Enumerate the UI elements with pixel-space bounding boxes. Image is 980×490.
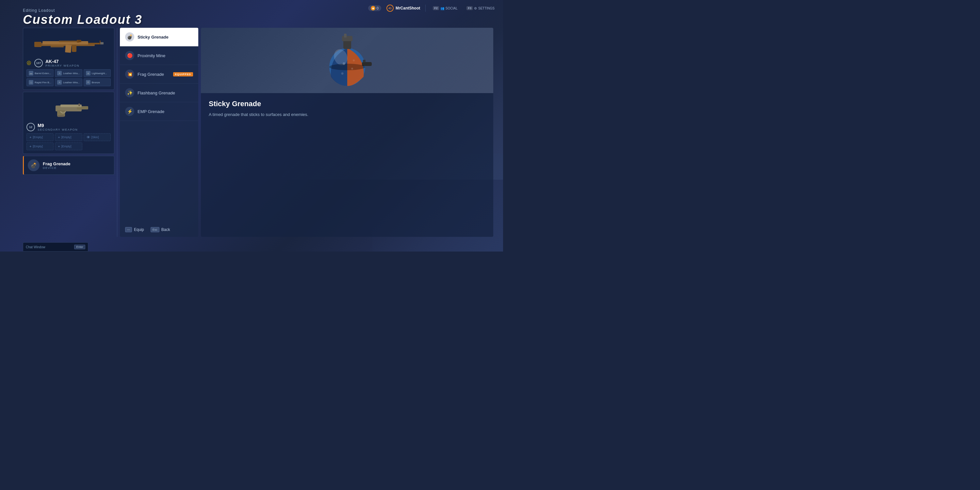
plus-icon: + [58, 145, 60, 148]
primary-weapon-info: 🏵 107 AK-47 PRIMARY WEAPON [27, 59, 111, 67]
attachment-lightweight[interactable]: ◈ Lightweight... [84, 69, 111, 77]
credit-badge: ◈ 0 [368, 5, 381, 11]
secondary-weapon-section: 12 M9 SECONDARY WEAPON + [Empty] + [Empt… [23, 92, 115, 154]
equipped-badge: EQUIPPED [173, 72, 193, 76]
chat-label: Chat Window [26, 245, 45, 249]
sticky-grenade-preview [321, 31, 373, 90]
svg-point-27 [351, 68, 353, 70]
eye-icon: 👁 [87, 135, 90, 139]
plus-icon: + [29, 145, 31, 148]
primary-weapon-section: 🏵 107 AK-47 PRIMARY WEAPON ▬ Barrel Exte… [23, 28, 115, 90]
primary-weapon-display [27, 31, 111, 57]
primary-weapon-name: AK-47 [45, 59, 111, 64]
social-button[interactable]: F2 👥 SOCIAL [431, 5, 459, 11]
secondary-weapon-display [27, 95, 111, 121]
attachment-icon: ▬ [29, 71, 33, 75]
attachment-name: Barrel Exten... [35, 72, 51, 75]
grenade-item-frag[interactable]: 💥 Frag Grenade EQUIPPED [120, 65, 198, 84]
proximity-mine-label: Proximity Mine [137, 53, 193, 58]
attachment-icon: ✦ [57, 71, 62, 75]
svg-rect-11 [100, 42, 103, 45]
svg-rect-23 [362, 62, 372, 66]
empty-slot-4[interactable]: + [Empty] [55, 142, 82, 150]
equip-button[interactable]: — Equip [125, 227, 144, 232]
chat-window: Chat Window Enter [23, 242, 88, 251]
plus-icon: + [58, 135, 60, 139]
device-name: Frag Grenade [43, 161, 70, 166]
svg-rect-5 [65, 45, 72, 52]
settings-key: F3 [466, 6, 473, 10]
grenade-selection-panel: 💣 Sticky Grenade 🔴 Proximity Mine 💥 Frag… [120, 28, 198, 237]
attachment-name: Bronze [92, 81, 100, 84]
attachment-barrel-ext[interactable]: ▬ Barrel Exten... [27, 69, 54, 77]
svg-point-26 [343, 62, 345, 65]
device-type: DEVICE [43, 166, 70, 170]
grenade-item-flashbang[interactable]: ✨ Flashbang Grenade [120, 84, 198, 102]
settings-label: SETTINGS [478, 6, 495, 10]
attachments-grid: ▬ Barrel Exten... ✦ Leather-Wra... ◈ Lig… [27, 69, 111, 86]
grenade-item-sticky[interactable]: 💣 Sticky Grenade [120, 28, 198, 46]
settings-icon: ⚙ [474, 6, 477, 10]
proximity-mine-icon: 🔴 [125, 51, 134, 60]
panel-separator [117, 28, 117, 237]
svg-rect-9 [59, 40, 82, 42]
attachment-icon: ◎ [29, 80, 33, 84]
grenade-item-proximity[interactable]: 🔴 Proximity Mine [120, 46, 198, 65]
frag-grenade-icon: 💥 [125, 70, 134, 79]
svg-rect-10 [78, 40, 81, 42]
equip-key-hint: — [125, 227, 132, 232]
empty-slot-2[interactable]: + [Empty] [55, 133, 82, 141]
back-label: Back [161, 228, 170, 232]
svg-point-19 [332, 48, 350, 67]
m9-image [48, 100, 90, 118]
attachment-icon: ◈ [86, 71, 91, 75]
ak47-image [33, 34, 105, 55]
device-icon: 💣 [28, 159, 40, 171]
wreath-icon: 🏵 [27, 60, 32, 66]
chat-enter-button[interactable]: Enter [74, 245, 85, 249]
svg-rect-22 [344, 33, 347, 38]
flashbang-label: Flashbang Grenade [137, 91, 193, 95]
settings-button[interactable]: F3 ⚙ SETTINGS [465, 5, 496, 11]
attachment-name: Lightweight... [92, 72, 107, 75]
svg-rect-8 [51, 45, 64, 48]
secondary-weapon-level: 12 [27, 123, 35, 131]
attachment-icon: ✦ [57, 80, 62, 84]
device-section[interactable]: 💣 Frag Grenade DEVICE [23, 156, 115, 175]
attachment-leather-wrap-1[interactable]: ✦ Leather-Wra... [55, 69, 82, 77]
svg-point-25 [329, 64, 365, 70]
attachment-icon: 👁 [86, 80, 91, 84]
empty-label: [Empty] [33, 135, 43, 139]
page-title-area: Editing Loadout Custom Loadout 3 [23, 8, 142, 27]
attachment-name: Rapid Fire B... [35, 81, 51, 84]
emp-label: EMP Grenade [137, 109, 193, 114]
empty-label: [Empty] [33, 145, 43, 148]
secondary-weapon-name: M9 [38, 123, 111, 128]
attachment-rapid-fire[interactable]: ◎ Rapid Fire B... [27, 78, 54, 86]
skin-label: [Skin] [91, 135, 99, 139]
sticky-grenade-icon: 💣 [125, 32, 134, 41]
secondary-weapon-info: 12 M9 SECONDARY WEAPON [27, 123, 111, 131]
primary-weapon-level: 107 [34, 59, 43, 67]
device-info: Frag Grenade DEVICE [43, 161, 70, 170]
svg-rect-4 [72, 45, 76, 52]
username-badge: 41 MrCantShoot [387, 5, 420, 12]
attachment-leather-wrap-2[interactable]: ✦ Leather-Wra... [55, 78, 82, 86]
main-layout: 🏵 107 AK-47 PRIMARY WEAPON ▬ Barrel Exte… [23, 28, 493, 237]
attachment-bronze[interactable]: 👁 Bronze [84, 78, 111, 86]
svg-point-18 [329, 48, 365, 86]
item-preview [201, 28, 493, 93]
svg-point-29 [353, 59, 355, 61]
social-label: SOCIAL [445, 6, 458, 10]
skin-slot[interactable]: 👁 [Skin] [84, 133, 111, 141]
bottom-actions: — Equip Esc Back [120, 223, 198, 237]
grenade-item-emp[interactable]: ⚡ EMP Grenade [120, 102, 198, 121]
empty-slots-grid: + [Empty] + [Empty] 👁 [Skin] + [Empty] + [27, 133, 111, 150]
empty-slot-1[interactable]: + [Empty] [27, 133, 54, 141]
empty-slot-3[interactable]: + [Empty] [27, 142, 54, 150]
back-button[interactable]: Esc Back [151, 227, 170, 232]
player-level: 41 [387, 5, 394, 12]
primary-weapon-type: PRIMARY WEAPON [45, 64, 111, 67]
svg-rect-17 [57, 115, 64, 117]
svg-rect-24 [363, 60, 366, 62]
